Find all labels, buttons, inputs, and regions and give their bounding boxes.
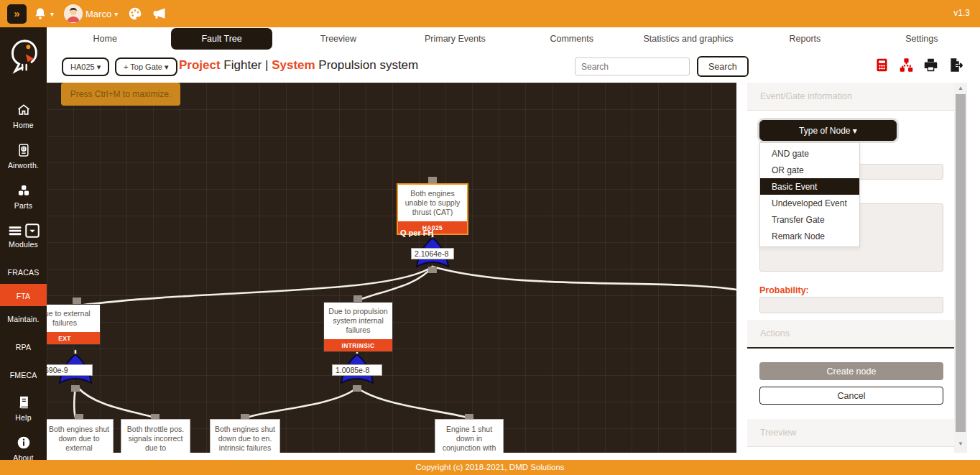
- leaf-node[interactable]: Both engines shut down due to external: [47, 419, 114, 453]
- sidebar: Home Airworth. Parts Modules FRACAS FTA …: [0, 27, 47, 460]
- scrollbar-thumb[interactable]: [956, 94, 966, 432]
- sidebar-item-label: RPA: [1, 343, 45, 351]
- tab-primary-events[interactable]: Primary Events: [397, 34, 513, 44]
- sidebar-item-label: Home: [1, 121, 45, 129]
- probability-badge: 690e-9: [47, 364, 93, 376]
- node-description: Both engines shut down due to en. intrin…: [211, 420, 279, 453]
- chevron-down-icon: ▾: [97, 63, 101, 71]
- node-handle[interactable]: [71, 385, 80, 392]
- probability-badge: 2.1064e-8: [411, 248, 454, 259]
- info-icon: [17, 435, 31, 450]
- menu-item-or-gate[interactable]: OR gate: [760, 162, 859, 178]
- panel-header-treeview: Treeview: [747, 419, 956, 447]
- palette-icon: [128, 6, 142, 21]
- announcements-button[interactable]: [152, 6, 167, 21]
- node-description: Both engines unable to supply thrust (CA…: [398, 185, 467, 221]
- copyright-text: Copyright (c) 2018-2021, DMD Solutions: [415, 463, 564, 471]
- panel-header-actions: Actions: [747, 320, 956, 349]
- node-tag: EXT: [47, 332, 100, 344]
- node-handle[interactable]: [353, 385, 361, 392]
- menu-bars-icon: [8, 223, 22, 238]
- sidebar-expand-button[interactable]: »: [7, 4, 27, 24]
- footer: Copyright (c) 2018-2021, DMD Solutions: [0, 460, 980, 475]
- connector-lines: [47, 83, 736, 453]
- tab-comments[interactable]: Comments: [514, 34, 630, 44]
- export-icon[interactable]: [948, 57, 963, 73]
- add-top-gate-dropdown[interactable]: + Top Gate ▾: [115, 57, 177, 76]
- notifications-menu[interactable]: ▾: [33, 6, 54, 21]
- probability-field[interactable]: [759, 297, 943, 313]
- print-icon[interactable]: [923, 57, 938, 73]
- tab-home[interactable]: Home: [47, 34, 163, 44]
- sidebar-item-rpa[interactable]: RPA: [0, 331, 47, 359]
- chevron-down-icon: ▾: [50, 10, 54, 18]
- tab-treeview[interactable]: Treeview: [280, 34, 397, 44]
- book-icon: [17, 395, 31, 410]
- top-gate-node[interactable]: Both engines unable to supply thrust (CA…: [397, 183, 468, 235]
- event-gate-panel: Event/Gate information Type of Node ▾ AN…: [747, 83, 980, 453]
- chevron-down-icon: ▾: [114, 10, 118, 18]
- menu-item-transfer-gate[interactable]: Transfer Gate: [760, 211, 859, 228]
- fault-tree-canvas[interactable]: Press Ctrl+M to maximize. Both engines u…: [47, 83, 736, 453]
- sidebar-item-modules[interactable]: Modules: [0, 217, 47, 256]
- chevron-down-icon: ▾: [853, 126, 857, 136]
- sidebar-item-help[interactable]: Help: [0, 387, 47, 429]
- sidebar-item-parts[interactable]: Parts: [0, 177, 47, 217]
- type-of-node-dropdown[interactable]: Type of Node ▾: [759, 120, 897, 141]
- sidebar-item-home[interactable]: Home: [0, 96, 47, 137]
- probability-label: Probability:: [759, 285, 809, 295]
- sidebar-item-airworthiness[interactable]: Airworth.: [0, 137, 47, 177]
- sidebar-item-label: Parts: [1, 201, 45, 210]
- leaf-node[interactable]: Engine 1 shut down in conjunction with: [435, 419, 504, 453]
- home-icon: [17, 103, 31, 117]
- sidebar-item-fmeca[interactable]: FMECA: [0, 359, 47, 387]
- node-handle[interactable]: [353, 295, 362, 302]
- cancel-button[interactable]: Cancel: [759, 387, 943, 405]
- maximize-tooltip: Press Ctrl+M to maximize.: [61, 83, 180, 106]
- panel-header-event-gate-info: Event/Gate information: [747, 83, 956, 111]
- sidebar-item-label: Modules: [1, 240, 45, 249]
- node-description: Both engines shut down due to external: [47, 420, 113, 453]
- bell-icon: [33, 6, 47, 21]
- cubes-icon: [17, 183, 31, 198]
- tab-statistics[interactable]: Statistics and graphics: [630, 34, 746, 44]
- passport-icon: [17, 143, 31, 157]
- scroll-down-icon[interactable]: ▼: [954, 441, 967, 447]
- create-node-button[interactable]: Create node: [759, 362, 943, 380]
- menu-item-undeveloped-event[interactable]: Undeveloped Event: [760, 195, 859, 211]
- top-bar: » ▾ Marco ▾ v1.3: [0, 0, 980, 27]
- intrinsic-failures-node[interactable]: Due to propulsion system internal failur…: [323, 302, 393, 352]
- menu-item-remark-node[interactable]: Remark Node: [760, 228, 859, 244]
- node-description: Engine 1 shut down in conjunction with: [435, 420, 503, 453]
- search-button[interactable]: Search: [697, 56, 749, 77]
- node-description: Due to propulsion system internal failur…: [324, 303, 392, 339]
- modules-dropdown-icon: [25, 223, 40, 238]
- calculator-icon[interactable]: [874, 57, 889, 73]
- search-input[interactable]: [575, 57, 690, 75]
- avatar: [64, 4, 83, 23]
- user-menu[interactable]: Marco ▾: [64, 4, 118, 23]
- tab-fault-tree[interactable]: Fault Tree: [163, 34, 279, 44]
- theme-button[interactable]: [128, 6, 142, 21]
- tree-select-dropdown[interactable]: HA025 ▾: [62, 57, 109, 76]
- fault-tree-toolbar: HA025 ▾ + Top Gate ▾ Project Fighter | S…: [47, 50, 980, 83]
- tab-reports[interactable]: Reports: [746, 34, 863, 44]
- sidebar-item-label: FTA: [1, 292, 45, 300]
- diagram-icon[interactable]: [899, 57, 914, 73]
- leaf-node[interactable]: Both throttle pos. signals incorrect due…: [121, 419, 190, 453]
- node-handle[interactable]: [73, 298, 81, 304]
- menu-item-basic-event[interactable]: Basic Event: [760, 178, 859, 195]
- sidebar-item-maintain[interactable]: Maintain.: [0, 306, 47, 331]
- page-title: Project Fighter | System Propulsion syst…: [179, 58, 418, 73]
- scroll-up-icon[interactable]: ▲: [954, 85, 967, 91]
- leaf-node[interactable]: Both engines shut down due to en. intrin…: [210, 419, 280, 453]
- menu-item-and-gate[interactable]: AND gate: [760, 145, 859, 162]
- sidebar-item-label: Help: [1, 413, 45, 422]
- node-handle[interactable]: [428, 177, 437, 183]
- tab-settings[interactable]: Settings: [864, 34, 980, 44]
- sidebar-item-fta[interactable]: FTA: [0, 284, 47, 306]
- node-handle[interactable]: [428, 267, 437, 273]
- panel-scrollbar[interactable]: ▲ ▼: [954, 83, 967, 453]
- sidebar-item-fracas[interactable]: FRACAS: [0, 256, 47, 284]
- external-failures-node[interactable]: Due to external failures EXT: [47, 304, 101, 345]
